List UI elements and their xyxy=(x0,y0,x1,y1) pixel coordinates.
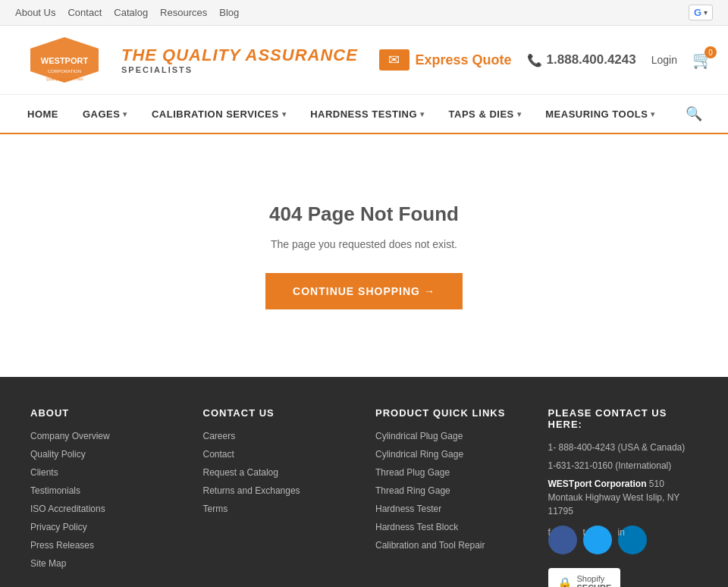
nav-home[interactable]: HOME xyxy=(15,98,71,130)
nav-search-button[interactable]: 🔍 xyxy=(675,95,713,133)
testimonials-link[interactable]: Testimonials xyxy=(30,484,180,498)
footer: ABOUT Company Overview Quality Policy Cl… xyxy=(0,377,728,587)
logo-area: WESTPORT CORPORATION Quality You Can Tru… xyxy=(15,33,358,86)
hardness-tester-link[interactable]: Hardness Tester xyxy=(375,502,526,516)
iso-link[interactable]: ISO Accreditations xyxy=(30,502,180,516)
google-g-icon: G xyxy=(694,7,701,18)
company-name: WESTport Corporation xyxy=(548,479,647,489)
svg-text:CORPORATION: CORPORATION xyxy=(48,69,81,74)
cyl-ring-link[interactable]: Cylindrical Ring Gage xyxy=(375,447,526,461)
main-nav: HOME GAGES ▾ CALIBRATION SERVICES ▾ HARD… xyxy=(0,95,728,134)
footer-contacthere-col: PLEASE CONTACT US HERE: 1- 888-400-4243 … xyxy=(548,407,698,587)
taps-dropdown-arrow: ▾ xyxy=(517,110,522,118)
svg-text:WESTPORT: WESTPORT xyxy=(41,56,89,65)
email-symbol: ✉ xyxy=(388,52,400,68)
phone-number: 1.888.400.4243 xyxy=(547,52,636,67)
about-us-link[interactable]: About Us xyxy=(15,7,55,18)
footer-quicklinks-col: PRODUCT QUICK LINKS Cylindrical Plug Gag… xyxy=(375,407,526,587)
facebook-icon[interactable]: f xyxy=(548,526,577,554)
nav-calibration[interactable]: CALIBRATION SERVICES ▾ xyxy=(140,98,298,130)
press-releases-link[interactable]: Press Releases xyxy=(30,538,180,552)
phone-area: 📞 1.888.400.4243 xyxy=(527,52,636,67)
thread-plug-link[interactable]: Thread Plug Gage xyxy=(375,466,526,479)
logo-tagline-line1: THE QUALITY ASSURANCE xyxy=(121,46,358,65)
phone-icon: 📞 xyxy=(527,53,542,67)
catalog-link[interactable]: Catalog xyxy=(114,7,148,18)
cart-area[interactable]: 🛒 0 xyxy=(692,50,713,70)
express-quote-button[interactable]: ✉ Express Quote xyxy=(379,49,512,71)
company-address: WESTport Corporation 510 Montauk Highway… xyxy=(548,477,698,518)
quality-policy-link[interactable]: Quality Policy xyxy=(30,447,180,461)
error-subtitle: The page you requested does not exist. xyxy=(271,238,457,250)
top-bar: About Us Contact Catalog Resources Blog … xyxy=(0,0,728,26)
calibration-dropdown-arrow: ▾ xyxy=(282,110,287,118)
header: WESTPORT CORPORATION Quality You Can Tru… xyxy=(0,26,728,95)
top-bar-right: G ▾ xyxy=(689,5,713,20)
nav-measuring[interactable]: MEASURING TOOLS ▾ xyxy=(533,98,667,130)
hardness-dropdown-arrow: ▾ xyxy=(420,110,425,118)
quicklinks-heading: PRODUCT QUICK LINKS xyxy=(375,407,526,419)
about-heading: ABOUT xyxy=(30,407,180,419)
login-link[interactable]: Login xyxy=(651,54,677,66)
nav-gages[interactable]: GAGES ▾ xyxy=(71,98,140,130)
site-map-link[interactable]: Site Map xyxy=(30,557,180,570)
top-bar-links: About Us Contact Catalog Resources Blog xyxy=(15,7,239,18)
cart-count-badge: 0 xyxy=(704,46,717,58)
clients-link[interactable]: Clients xyxy=(30,466,180,479)
footer-grid: ABOUT Company Overview Quality Policy Cl… xyxy=(30,407,698,587)
linkedin-icon[interactable]: in xyxy=(618,526,647,554)
blog-link[interactable]: Blog xyxy=(219,7,239,18)
shopify-secure-badge: 🔒 ShopifySECURE xyxy=(548,568,621,587)
measuring-dropdown-arrow: ▾ xyxy=(651,110,655,118)
careers-link[interactable]: Careers xyxy=(203,429,353,443)
contact-link[interactable]: Contact xyxy=(203,447,353,461)
privacy-link[interactable]: Privacy Policy xyxy=(30,520,180,534)
twitter-icon[interactable]: t xyxy=(583,526,612,554)
request-catalog-link[interactable]: Request a Catalog xyxy=(203,466,353,479)
express-quote-label: Express Quote xyxy=(416,52,512,68)
footer-contact-col: CONTACT US Careers Contact Request a Cat… xyxy=(203,407,353,587)
logo-tagline-line2: SPECIALISTS xyxy=(121,65,358,74)
svg-text:Quality You Can Trust: Quality You Can Trust xyxy=(46,77,83,81)
contact-link[interactable]: Contact xyxy=(67,7,102,18)
translate-dropdown-arrow: ▾ xyxy=(704,8,708,17)
contacthere-heading: PLEASE CONTACT US HERE: xyxy=(548,407,698,430)
logo-text-area: THE QUALITY ASSURANCE SPECIALISTS xyxy=(121,46,358,74)
error-title: 404 Page Not Found xyxy=(269,202,459,226)
terms-link[interactable]: Terms xyxy=(203,502,353,516)
company-overview-link[interactable]: Company Overview xyxy=(30,429,180,443)
cyl-plug-link[interactable]: Cylindrical Plug Gage xyxy=(375,429,526,443)
nav-hardness[interactable]: HARDNESS TESTING ▾ xyxy=(298,98,436,130)
calibration-tool-repair-link[interactable]: Calibration and Tool Repair xyxy=(375,538,526,552)
header-right: ✉ Express Quote 📞 1.888.400.4243 Login 🛒… xyxy=(379,49,713,71)
lock-icon: 🔒 xyxy=(557,576,573,588)
gages-dropdown-arrow: ▾ xyxy=(123,110,127,118)
resources-link[interactable]: Resources xyxy=(160,7,207,18)
shopify-label: ShopifySECURE xyxy=(577,574,612,587)
phone-usa: 1- 888-400-4243 (USA & Canada) xyxy=(548,441,698,454)
phone-intl: 1-631-321-0160 (International) xyxy=(548,459,698,472)
google-translate-button[interactable]: G ▾ xyxy=(689,5,713,20)
email-icon: ✉ xyxy=(379,49,410,71)
thread-ring-link[interactable]: Thread Ring Gage xyxy=(375,484,526,498)
footer-about-col: ABOUT Company Overview Quality Policy Cl… xyxy=(30,407,180,587)
contact-heading: CONTACT US xyxy=(203,407,353,419)
continue-shopping-button[interactable]: CONTINUE SHOPPING → xyxy=(265,273,463,309)
main-content: 404 Page Not Found The page you requeste… xyxy=(0,134,728,377)
hardness-test-block-link[interactable]: Hardness Test Block xyxy=(375,520,526,534)
social-icons: f t in xyxy=(548,526,698,559)
returns-link[interactable]: Returns and Exchanges xyxy=(203,484,353,498)
nav-taps-dies[interactable]: TAPS & DIES ▾ xyxy=(437,98,534,130)
logo-image: WESTPORT CORPORATION Quality You Can Tru… xyxy=(15,33,114,86)
